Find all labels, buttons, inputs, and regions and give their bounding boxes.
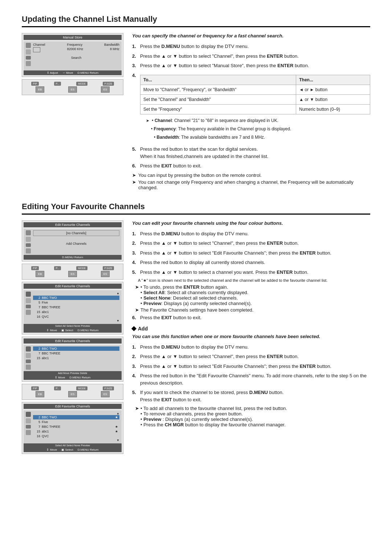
s4-ch-abc1: 15 abc1 ★ — [33, 429, 119, 434]
ch-row-five: 5 Five — [33, 300, 119, 305]
note-frequency: • Frequency: The frequency available in … — [146, 126, 370, 133]
edit-fav-screen4-title: Edit Favourite Channels — [24, 404, 122, 409]
efav3-icon-4 — [26, 365, 31, 370]
additional-notes: ➤ You can input by pressing the button o… — [132, 172, 370, 190]
frequency-value: 82000 KHz — [67, 47, 83, 52]
star-note: A "★" icon is shown next to the selected… — [138, 278, 370, 283]
table-container: To... Then... Move to "Channel", "Freque… — [140, 72, 370, 143]
efav-icon-3 — [26, 243, 31, 247]
screen-icon-2 — [26, 49, 31, 54]
s3-ch-bbc-two: 2 BBC TWO — [33, 346, 119, 351]
efav4-icon-3 — [26, 425, 31, 429]
note-bandwidth: • Bandwidth: The available bandwidths ar… — [146, 134, 370, 141]
section1-intro: You can specify the channel or frequency… — [132, 33, 370, 38]
bold-bandwidth: Bandwidth — [157, 135, 179, 140]
bar-move: ↔ Move — [62, 71, 73, 74]
ch-row-abc1: 15 abc1 — [33, 310, 119, 314]
s3-ch-bbc-three: 7 BBC THREE — [33, 351, 119, 356]
no-channels-label: [no Channels] — [33, 230, 119, 236]
section2-steps: 1. Press the D.MENU button to display th… — [132, 230, 370, 276]
add-step3: 3. Press the ▲ or ▼ button to select "Ed… — [132, 363, 370, 370]
remote-psize-btn: P.SIZE — [103, 82, 114, 86]
section2-left-col: Edit Favourite Channels [no Channels] Ad… — [22, 220, 123, 456]
remote2-es2: ES — [101, 271, 110, 277]
efav4-icon-2 — [26, 418, 31, 423]
screen-icon-1 — [26, 43, 31, 48]
efav3-icon-3 — [26, 360, 31, 363]
step6: 6. Press the EXIT button to exit. — [132, 162, 370, 170]
add-step1: 1. Press the D.MENU button to display th… — [132, 344, 370, 351]
screen1-bottom-bar: ⇕ Adjust ↔ Move D.MENU Return — [24, 70, 122, 75]
table-cell-3-2: Numeric button (0–9) — [296, 104, 370, 114]
up-arrow: ▲ — [33, 292, 119, 295]
s3-ch-abc1: 15 abc1 — [33, 356, 119, 360]
remote3-row-2: EB ES ES — [24, 391, 121, 397]
sub-note-undo: ➤ • To undo, press the ENTER button agai… — [135, 284, 370, 306]
table-cell-2-1: Set the "Channel" and "Bandwidth" — [140, 94, 296, 104]
efav-icon-4 — [26, 248, 31, 253]
efav-icon-1 — [26, 230, 31, 235]
table-cell-2-2: ▲ or ▼ button — [296, 94, 370, 104]
channel-table: To... Then... Move to "Channel", "Freque… — [140, 75, 370, 114]
remote2-es1: ES — [68, 271, 77, 277]
edit-fav-screen-1: Edit Favourite Channels [no Channels] Ad… — [22, 220, 123, 261]
efav3-icon-2 — [26, 353, 31, 358]
remote3-psize: P.SIZE — [103, 386, 114, 390]
efav-screen1-bottom: D.MENU Return — [24, 255, 122, 260]
table-cell-3-1: Set the "Frequency" — [140, 104, 296, 114]
efav-icon-2 — [26, 237, 31, 242]
edit-fav-screen-3: Edit Favourite Channels 2 BBC TWO 7 BBC … — [22, 337, 123, 382]
section-updating-channel-list: Updating the Channel List Manually Manua… — [22, 15, 370, 190]
remote2-p: P... — [54, 266, 61, 270]
s2-step2: 2. Press the ▲ or ▼ button to select "Ch… — [132, 240, 370, 247]
efav4-icon-1 — [26, 412, 31, 417]
screen1-title-bar: Manual Store — [24, 35, 122, 40]
manual-store-screen: Manual Store Channel Fr — [22, 33, 123, 77]
add-subsection: Add You can use this function when one o… — [132, 326, 370, 428]
ch-row-bbc-three: 7 BBC THREE — [33, 305, 119, 309]
remote2-row-2: EB ES ES — [24, 271, 121, 277]
col-channel: Channel — [33, 43, 45, 46]
add-steps: 1. Press the D.MENU button to display th… — [132, 344, 370, 403]
step4-table: 4. To... Then... Move to " — [132, 72, 370, 143]
bar-dmenu-return: D.MENU Return — [62, 256, 83, 259]
remote-mode-btn: MODE — [76, 82, 87, 86]
s4-ch-five: 5 Five — [33, 420, 119, 424]
note-channel: ➤ • Channel: Channel "21" to "68" in seq… — [146, 117, 370, 124]
remote-es-btn1: ES — [68, 86, 77, 93]
table-header-to: To... — [140, 75, 296, 85]
down-arrow: ▼ — [33, 319, 119, 322]
efav-screen2-nav: ⇕ Move ▣ Select D.MENU Return — [24, 328, 122, 333]
screen-col-headers: Channel Frequency Bandwidth — [33, 43, 119, 46]
s2-step4: 4. Press the red button to display all c… — [132, 259, 370, 266]
search-label: Search — [33, 56, 119, 60]
note-frequency-change: ➤ You can not change only Frequency and … — [132, 179, 370, 190]
table-cell-1-2: ◄ or ► button — [296, 85, 370, 94]
remote3-pip: PIP — [31, 386, 39, 390]
edit-fav-screen4-inner: ▲ 2 BBC TWO ★ 5 Five 7 BBC THREE ★ 15 — [24, 410, 122, 443]
section2-title: Editing Your Favourite Channels — [22, 202, 370, 215]
table-row-3: Set the "Frequency" Numeric button (0–9) — [140, 104, 370, 114]
bar-select-none: Select None — [66, 325, 80, 327]
edit-fav-screen2-title: Edit Favourite Channels — [24, 284, 122, 289]
channel-icon-box — [33, 47, 40, 52]
edit-fav-screen3-inner: 2 BBC TWO 7 BBC THREE 15 abc1 — [24, 345, 122, 371]
col-bandwidth: Bandwidth — [104, 43, 119, 46]
efav2-icon-3 — [26, 305, 31, 308]
section2-right-col: You can edit your favourite channels usi… — [132, 220, 370, 456]
add-notes-block: ➤ • To add all channels to the favourite… — [135, 406, 370, 427]
bold-channel: Channel — [155, 118, 172, 123]
step3: 3. Press the ▲ or ▼ button to select "Ma… — [132, 62, 370, 69]
section-editing-favourite-channels: Editing Your Favourite Channels Edit Fav… — [22, 202, 370, 456]
remote2-eb: EB — [36, 271, 45, 277]
step5: 5. Press the red button to start the sca… — [132, 146, 370, 160]
add-intro: You can use this function when one or mo… — [132, 334, 370, 339]
table-header-then: Then... — [296, 75, 370, 85]
screen-icon-3 — [26, 56, 31, 60]
screen-values-row: 82000 KHz 8 MHz — [33, 47, 119, 52]
remote3-es1: ES — [68, 391, 77, 397]
edit-fav-screen2-inner: ▲ 2 BBC TWO 5 Five 7 BBC THRE — [24, 290, 122, 324]
efav-screen4-nav: ⇕ Move ▣ Select D.MENU Return — [24, 447, 122, 452]
bandwidth-value: 8 MHz — [110, 47, 119, 52]
screen-icon-4 — [26, 61, 31, 66]
